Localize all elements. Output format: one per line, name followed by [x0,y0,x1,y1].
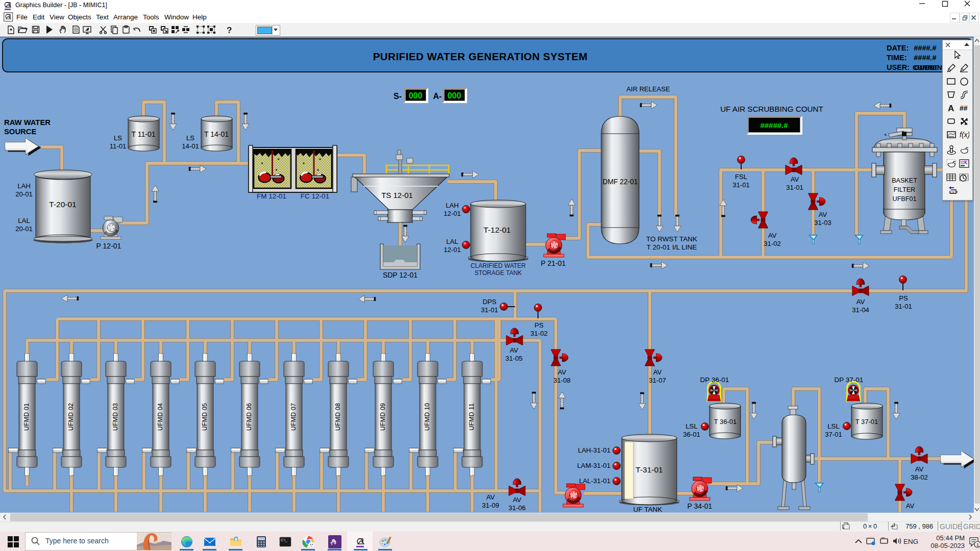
svg-text:31-04: 31-04 [852,306,869,314]
svg-text:UFMD 08: UFMD 08 [334,403,341,431]
svg-text:UFMD 10: UFMD 10 [424,403,431,431]
svg-text:31-07: 31-07 [649,377,666,384]
svg-text:T 14-01: T 14-01 [204,130,229,138]
svg-text:12-01: 12-01 [444,246,461,254]
svg-text:UFMD 07: UFMD 07 [290,403,297,431]
svg-text:31-09: 31-09 [482,502,499,509]
svg-text:LAL-31-01: LAL-31-01 [579,477,610,485]
svg-text:14-01: 14-01 [182,142,199,150]
svg-text:AV: AV [856,298,865,306]
svg-text:T 11-01: T 11-01 [132,130,156,138]
svg-text:SOURCE: SOURCE [4,128,36,136]
svg-text:AV: AV [915,465,924,473]
svg-text:SDP 12-01: SDP 12-01 [383,271,418,279]
svg-text:LSL: LSL [685,422,697,430]
svg-text:PS: PS [899,294,908,302]
svg-text:DATE:: DATE: [887,44,909,52]
svg-text:DMF 22-01: DMF 22-01 [602,178,638,186]
svg-text:AV: AV [791,176,799,183]
svg-text:DP 37-01: DP 37-01 [835,376,864,384]
svg-text:LS: LS [114,134,122,142]
svg-text:GUEST: GUEST [914,64,938,71]
svg-text:####.#: ####.# [914,54,937,62]
svg-text:DPS: DPS [482,298,496,306]
svg-text:UFMD 09: UFMD 09 [379,403,386,431]
svg-text:37-01: 37-01 [825,431,842,438]
svg-text:CLARIFIED WATER: CLARIFIED WATER [471,262,526,269]
svg-text:UFMD 01: UFMD 01 [23,403,30,431]
svg-text:#####.#: #####.# [760,121,788,130]
svg-text:A-: A- [433,92,442,101]
svg-text:31-01: 31-01 [786,184,803,191]
svg-text:TO RWST TANK: TO RWST TANK [646,235,697,243]
svg-text:31-06: 31-06 [508,504,526,512]
svg-text:20-01: 20-01 [15,190,33,198]
svg-text:AV: AV [513,496,522,504]
svg-text:P 34-01: P 34-01 [688,502,713,510]
svg-text:FSL: FSL [735,173,747,181]
svg-text:31-02: 31-02 [764,240,781,247]
svg-text:T-12-01: T-12-01 [483,226,510,234]
svg-text:A: A [948,104,954,113]
svg-text:AV: AV [486,493,495,501]
svg-text:FC 12-01: FC 12-01 [301,192,329,200]
svg-text:AV: AV [510,346,519,354]
svg-text:OCX: OCX [950,190,958,194]
svg-text:UFBF01: UFBF01 [893,195,917,203]
svg-text:C:\_: C:\_ [281,538,287,542]
svg-text:UFMD 06: UFMD 06 [246,403,253,431]
svg-text:UFMD 11: UFMD 11 [468,403,475,431]
svg-text:000: 000 [409,91,423,100]
svg-text:12-01: 12-01 [444,210,461,217]
svg-text:AV: AV [906,502,915,510]
svg-text:UFMD 05: UFMD 05 [201,403,208,431]
svg-text:31-01: 31-01 [481,306,498,314]
svg-text:AV: AV [819,211,827,218]
svg-text:31-03: 31-03 [814,219,831,227]
svg-text:11-01: 11-01 [110,142,127,150]
svg-text:UFMD 02: UFMD 02 [67,403,75,431]
svg-text:####.#: ####.# [914,44,937,52]
svg-text:T 37-01: T 37-01 [855,418,878,425]
svg-text:P 21-01: P 21-01 [541,259,566,267]
svg-text:AV: AV [768,232,777,239]
svg-text:UFMD 04: UFMD 04 [157,403,164,431]
svg-text:31-02: 31-02 [530,330,548,337]
svg-text:LS: LS [186,134,194,142]
svg-text:31-05: 31-05 [505,355,523,362]
svg-text:TIME:: TIME: [887,54,906,62]
svg-text:FM 12-01: FM 12-01 [257,192,286,200]
svg-text:36-01: 36-01 [683,431,700,438]
svg-text:31-01: 31-01 [732,181,750,189]
svg-text:1: 1 [976,542,979,547]
svg-text:UFMD 03: UFMD 03 [112,403,119,431]
svg-text:31-08: 31-08 [553,377,571,384]
svg-text:T-20-01: T-20-01 [49,200,76,209]
svg-text:31-01: 31-01 [895,303,912,310]
svg-text:RAW WATER: RAW WATER [4,118,51,127]
svg-text:38-02: 38-02 [911,473,928,481]
svg-text:S-: S- [394,92,402,101]
svg-text:P 12-01: P 12-01 [96,242,121,250]
svg-text:LAL: LAL [446,238,458,245]
svg-text:DP 36-01: DP 36-01 [700,376,729,384]
svg-text:PURIFIED WATER GENERATION SYST: PURIFIED WATER GENERATION SYSTEM [373,51,588,62]
svg-text:FILTER: FILTER [894,186,915,193]
svg-text:T-31-01: T-31-01 [635,465,663,474]
svg-text:USER:: USER: [887,63,910,71]
svg-text:PS: PS [534,321,544,329]
svg-text:AIR RELEASE: AIR RELEASE [626,85,670,93]
svg-text:STORAGE TANK: STORAGE TANK [475,269,522,277]
svg-text:T 36-01: T 36-01 [714,418,737,425]
svg-text:BASKET: BASKET [892,177,917,184]
svg-text:?: ? [227,26,232,35]
svg-text:LAH: LAH [17,182,31,190]
svg-text:T 20-01 I/L LINE: T 20-01 I/L LINE [647,243,697,251]
svg-text:20-01: 20-01 [15,225,33,233]
svg-text:AV: AV [653,368,662,376]
svg-text:000: 000 [448,91,461,100]
svg-text:TS 12-01: TS 12-01 [381,191,413,199]
svg-text:LAM-31-01: LAM-31-01 [577,462,610,469]
svg-text:UF AIR SCRUBBING COUNT: UF AIR SCRUBBING COUNT [720,105,823,113]
svg-text:##: ## [960,104,968,112]
